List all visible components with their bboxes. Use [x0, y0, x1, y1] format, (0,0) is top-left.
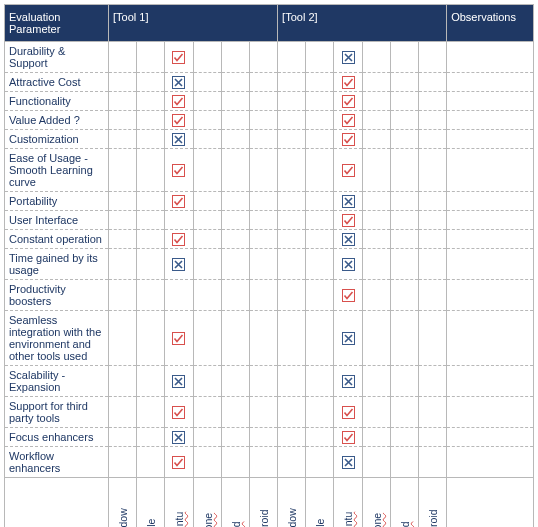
tool1-cell: [165, 428, 193, 447]
tool2-cell: [306, 230, 334, 249]
tool1-cell: [193, 230, 221, 249]
param-label: Constant operation: [5, 230, 109, 249]
tool1-cell: [109, 130, 137, 149]
tool2-cell: [418, 192, 446, 211]
header-obs: Observations: [447, 5, 534, 42]
param-label: Time gained by its usage: [5, 249, 109, 280]
tool1-cell: [137, 149, 165, 192]
tool1-cell: [137, 230, 165, 249]
tool1-cell: [165, 366, 193, 397]
tool1-cell: [165, 42, 193, 73]
tool2-cell: [334, 149, 362, 192]
tool2-cell: [390, 211, 418, 230]
tool1-cell: [249, 249, 277, 280]
tool2-cell: [418, 428, 446, 447]
table-row: Focus enhancers: [5, 428, 534, 447]
check-icon: [172, 406, 185, 419]
tool2-cell: [278, 366, 306, 397]
table-row: Attractive Cost: [5, 73, 534, 92]
tool2-cell: [418, 111, 446, 130]
tool2-cell: [334, 111, 362, 130]
param-label: Value Added ?: [5, 111, 109, 130]
tool2-cell: [418, 280, 446, 311]
tool2-cell: [306, 111, 334, 130]
tool2-cell: [278, 249, 306, 280]
tool2-cell: [362, 366, 390, 397]
platform-empty: [5, 478, 109, 528]
obs-cell: [447, 149, 534, 192]
tool1-cell: [109, 192, 137, 211]
tool1-cell: [221, 211, 249, 230]
cross-icon: [342, 233, 355, 246]
tool2-cell: [362, 111, 390, 130]
tool2-cell: [278, 92, 306, 111]
table-row: User Interface: [5, 211, 534, 230]
tool2-cell: [418, 397, 446, 428]
platform-label: Android: [418, 478, 446, 528]
tool1-cell: [137, 447, 165, 478]
tool1-cell: [165, 249, 193, 280]
param-label: Productivity boosters: [5, 280, 109, 311]
tool1-cell: [109, 111, 137, 130]
tool1-cell: [221, 249, 249, 280]
tool2-cell: [334, 280, 362, 311]
tool1-cell: [193, 280, 221, 311]
tool1-cell: [165, 397, 193, 428]
tool2-cell: [306, 130, 334, 149]
cross-icon: [172, 133, 185, 146]
tool1-cell: [221, 42, 249, 73]
tool2-cell: [418, 230, 446, 249]
tool1-cell: [221, 92, 249, 111]
obs-cell: [447, 211, 534, 230]
table-row: Portability: [5, 192, 534, 211]
tool1-cell: [165, 280, 193, 311]
tool2-cell: [306, 397, 334, 428]
tool1-cell: [193, 42, 221, 73]
table-row: Support for third party tools: [5, 397, 534, 428]
table-row: Functionality: [5, 92, 534, 111]
tool1-cell: [137, 280, 165, 311]
platform-label: Android: [249, 478, 277, 528]
tool1-cell: [137, 73, 165, 92]
table-row: Durability & Support: [5, 42, 534, 73]
tool2-cell: [278, 211, 306, 230]
tool1-cell: [109, 447, 137, 478]
param-label: Seamless integration with the environmen…: [5, 311, 109, 366]
tool2-cell: [390, 73, 418, 92]
tool1-cell: [249, 111, 277, 130]
tool2-cell: [418, 42, 446, 73]
header-tool2: [Tool 2]: [278, 5, 447, 42]
tool1-cell: [165, 73, 193, 92]
tool1-cell: [137, 311, 165, 366]
check-icon: [342, 431, 355, 444]
platform-header-row: WindowAppleUbuntuiPhoneiPadAndroidWindow…: [5, 478, 534, 528]
tool2-cell: [278, 111, 306, 130]
cross-icon: [172, 258, 185, 271]
tool1-cell: [137, 192, 165, 211]
tool1-cell: [137, 249, 165, 280]
param-label: Focus enhancers: [5, 428, 109, 447]
obs-cell: [447, 311, 534, 366]
tool1-cell: [137, 92, 165, 111]
tool1-cell: [249, 428, 277, 447]
cross-icon: [172, 375, 185, 388]
tool2-cell: [390, 130, 418, 149]
check-icon: [342, 133, 355, 146]
tool2-cell: [390, 397, 418, 428]
tool2-cell: [334, 192, 362, 211]
platform-label: iPad: [390, 478, 418, 528]
tool1-cell: [221, 447, 249, 478]
tool1-cell: [165, 149, 193, 192]
tool1-cell: [193, 211, 221, 230]
check-icon: [172, 456, 185, 469]
tool1-cell: [165, 192, 193, 211]
tool1-cell: [221, 73, 249, 92]
tool1-cell: [249, 130, 277, 149]
tool2-cell: [306, 249, 334, 280]
cross-icon: [342, 258, 355, 271]
tool1-cell: [193, 366, 221, 397]
obs-cell: [447, 280, 534, 311]
tool1-cell: [137, 397, 165, 428]
tool2-cell: [334, 428, 362, 447]
tool2-cell: [362, 280, 390, 311]
